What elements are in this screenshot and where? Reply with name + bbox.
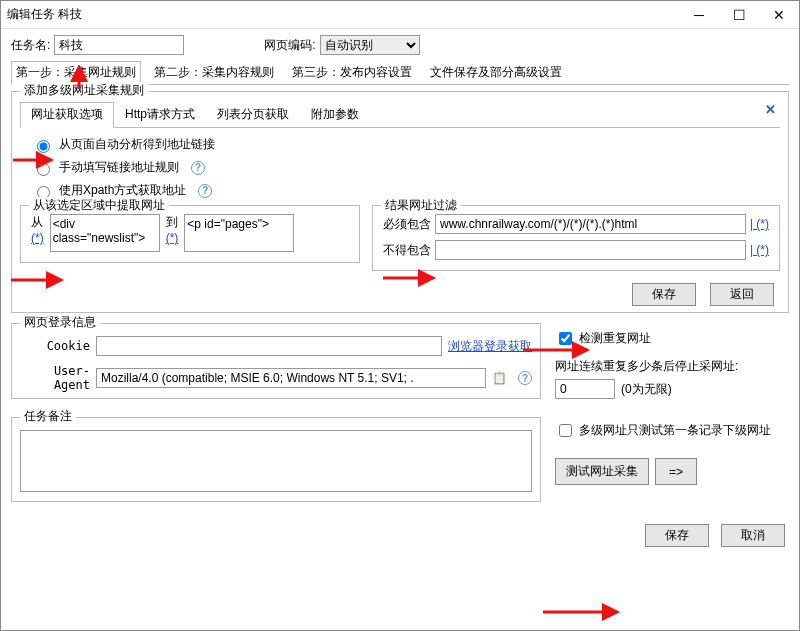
multi-panel-title: 添加多级网址采集规则: [20, 82, 148, 99]
minimize-button[interactable]: ─: [679, 1, 719, 29]
step-tab-4[interactable]: 文件保存及部分高级设置: [425, 61, 567, 84]
panel-back-button[interactable]: 返回: [710, 283, 774, 306]
must-input[interactable]: [435, 214, 746, 234]
cancel-button[interactable]: 取消: [721, 524, 785, 547]
step-tab-2[interactable]: 第二步：采集内容规则: [149, 61, 279, 84]
repeat-input[interactable]: [555, 379, 615, 399]
repeat-label: 网址连续重复多少条后停止采网址:: [555, 358, 789, 375]
to-textarea[interactable]: <p id="pages">: [184, 214, 294, 252]
region-title: 从该选定区域中提取网址: [29, 197, 169, 214]
repeat-suffix: (0为无限): [621, 381, 672, 398]
task-name-label: 任务名:: [11, 37, 54, 54]
not-star-link[interactable]: | (*): [750, 243, 769, 257]
login-panel-title: 网页登录信息: [20, 314, 100, 331]
dup-checkbox[interactable]: [559, 332, 572, 345]
ua-copy-icon[interactable]: 📋: [492, 371, 506, 385]
dup-label: 检测重复网址: [579, 330, 651, 347]
inner-tab-paging[interactable]: 列表分页获取: [206, 102, 300, 127]
to-label: 到: [166, 214, 178, 231]
must-label: 必须包含: [383, 216, 431, 233]
must-star-link[interactable]: | (*): [750, 217, 769, 231]
from-textarea[interactable]: <div class="newslist">: [50, 214, 160, 252]
help-icon[interactable]: ?: [191, 161, 205, 175]
radio-auto-label: 从页面自动分析得到地址链接: [59, 136, 215, 153]
test-first-checkbox[interactable]: [559, 424, 572, 437]
from-label: 从: [31, 214, 43, 231]
window-title: 编辑任务 科技: [1, 6, 82, 23]
test-first-label: 多级网址只测试第一条记录下级网址: [579, 422, 771, 439]
encoding-select[interactable]: 自动识别: [320, 35, 420, 55]
cookie-input[interactable]: [96, 336, 442, 356]
test-collect-button[interactable]: 测试网址采集: [555, 458, 649, 485]
save-button[interactable]: 保存: [645, 524, 709, 547]
task-name-input[interactable]: [54, 35, 184, 55]
radio-manual-label: 手动填写链接地址规则: [59, 159, 179, 176]
help-icon[interactable]: ?: [518, 371, 532, 385]
encoding-label: 网页编码:: [264, 37, 319, 54]
ua-label: User-Agent: [20, 364, 90, 392]
cookie-label: Cookie: [20, 339, 90, 353]
arrow-next-button[interactable]: =>: [655, 458, 697, 485]
annotation-arrow: [541, 603, 621, 621]
from-star-link[interactable]: (*): [31, 231, 44, 245]
filter-title: 结果网址过滤: [381, 197, 461, 214]
cookie-browser-link[interactable]: 浏览器登录获取: [448, 338, 532, 355]
inner-tab-params[interactable]: 附加参数: [300, 102, 370, 127]
panel-save-button[interactable]: 保存: [632, 283, 696, 306]
remark-textarea[interactable]: [20, 430, 532, 492]
not-input[interactable]: [435, 240, 746, 260]
step-tab-3[interactable]: 第三步：发布内容设置: [287, 61, 417, 84]
ua-input[interactable]: [96, 368, 486, 388]
help-icon[interactable]: ?: [198, 184, 212, 198]
inner-tab-url-options[interactable]: 网址获取选项: [20, 102, 114, 128]
inner-tab-http[interactable]: Http请求方式: [114, 102, 206, 127]
remark-title: 任务备注: [20, 408, 76, 425]
radio-auto[interactable]: [37, 140, 50, 153]
to-star-link[interactable]: (*): [166, 231, 179, 245]
radio-manual[interactable]: [37, 163, 50, 176]
inner-close-icon[interactable]: ✕: [765, 102, 780, 127]
maximize-button[interactable]: ☐: [719, 1, 759, 29]
not-label: 不得包含: [383, 242, 431, 259]
close-button[interactable]: ✕: [759, 1, 799, 29]
